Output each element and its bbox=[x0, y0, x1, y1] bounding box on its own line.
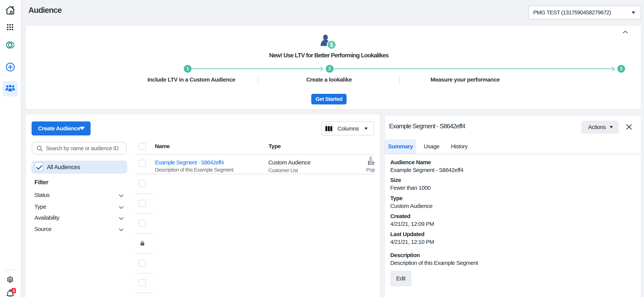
svg-text:$: $ bbox=[330, 41, 333, 48]
